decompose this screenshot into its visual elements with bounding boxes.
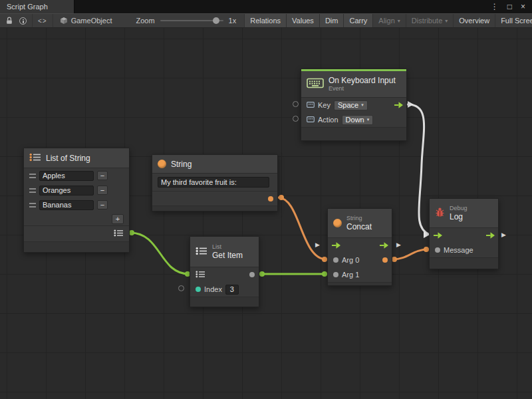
relations-button[interactable]: Relations [245, 14, 287, 27]
node-header: String Concat [328, 209, 392, 238]
list-item-input[interactable] [39, 171, 94, 181]
list-output-icon[interactable] [114, 229, 124, 238]
action-type-icon [307, 116, 315, 124]
lock-icon[interactable] [5, 17, 13, 25]
graph-canvas[interactable]: On Keyboard Input Event Key Space ▾ Acti… [0, 28, 532, 399]
key-dropdown[interactable]: Space ▾ [334, 100, 368, 110]
node-concat[interactable]: String Concat Arg 0 Arg 1 [327, 208, 392, 286]
port-concat-arg1-input[interactable] [322, 271, 327, 277]
values-button[interactable]: Values [287, 14, 320, 27]
port-log-message-input[interactable] [424, 247, 429, 252]
list-input-icon[interactable] [196, 271, 205, 279]
port-concat-arg0-input[interactable] [322, 257, 327, 262]
index-input[interactable] [225, 285, 239, 295]
overview-button[interactable]: Overview [454, 14, 495, 27]
index-input-port[interactable] [196, 287, 201, 292]
string-value-row [152, 174, 277, 191]
flow-output-port[interactable] [394, 102, 404, 109]
arg1-input-port[interactable] [333, 272, 338, 277]
concat-flow-in-triangle[interactable]: ▶ [315, 242, 320, 248]
arg1-label: Arg 1 [342, 271, 359, 279]
action-port-ring[interactable] [293, 116, 299, 122]
wire-concat-to-log[interactable] [393, 249, 428, 259]
remove-item-button[interactable]: − [97, 171, 108, 180]
flow-output-port[interactable] [485, 232, 495, 239]
window-close-icon[interactable]: × [521, 2, 525, 11]
drag-handle-icon[interactable] [29, 203, 36, 207]
align-button[interactable]: Align▾ [373, 14, 406, 27]
key-port-ring[interactable] [293, 101, 299, 107]
string-value-input[interactable] [158, 177, 269, 188]
list-output-row [24, 225, 129, 241]
carry-button[interactable]: Carry [344, 14, 373, 27]
node-title: On Keyboard Input [329, 76, 396, 85]
toolbar-icon-group [0, 14, 33, 27]
port-string-output[interactable] [279, 195, 284, 200]
add-item-button[interactable]: + [112, 214, 124, 224]
wire-keyboard-to-log[interactable] [408, 104, 430, 235]
port-concat-result[interactable] [392, 257, 397, 262]
wire-list-to-getitem[interactable] [130, 233, 189, 274]
index-port-ring[interactable] [178, 285, 184, 291]
result-output-port[interactable] [382, 257, 388, 263]
add-item-row: + [24, 212, 129, 225]
flow-input-port[interactable] [433, 232, 443, 239]
window-menu-icon[interactable]: ⋮ [491, 2, 499, 11]
port-getitem-output[interactable] [259, 271, 265, 277]
drag-handle-icon[interactable] [29, 188, 36, 193]
key-label: Key [318, 101, 331, 109]
keyboard-icon [307, 77, 324, 92]
fullscreen-button[interactable]: Full Screen [495, 14, 532, 27]
arg0-row: Arg 0 [328, 253, 392, 267]
edit-script-icon[interactable]: <> [38, 17, 47, 25]
tab-title: Script Graph [7, 3, 48, 11]
gameobject-selector[interactable]: GameObject [53, 14, 119, 27]
remove-item-button[interactable]: − [97, 186, 108, 195]
flow-output-port[interactable] [379, 242, 389, 249]
node-list-of-string[interactable]: List of String − − − + [23, 148, 130, 253]
concat-flow-out-triangle[interactable]: ▶ [396, 242, 401, 248]
item-output-port[interactable] [249, 272, 255, 277]
node-footer [430, 257, 498, 269]
node-footer [24, 241, 129, 252]
flow-row [328, 238, 392, 253]
string-output-port[interactable] [268, 196, 273, 201]
window-maximize-icon[interactable]: □ [507, 2, 512, 11]
drag-handle-icon[interactable] [29, 174, 36, 178]
flow-input-port[interactable] [331, 242, 341, 249]
node-string-literal[interactable]: String [152, 154, 278, 211]
action-dropdown[interactable]: Down ▾ [342, 115, 374, 125]
node-get-item[interactable]: List Get Item Index [190, 236, 259, 307]
list-item-input[interactable] [39, 200, 94, 210]
chevron-down-icon: ▾ [367, 117, 370, 122]
arg1-row: Arg 1 [328, 267, 392, 282]
node-kicker: Debug [450, 205, 467, 212]
chevron-down-icon: ▾ [445, 18, 448, 24]
unity-script-graph-window: Script Graph ⋮ □ × <> GameObject Zoom [0, 0, 532, 399]
remove-item-button[interactable]: − [97, 200, 108, 209]
tab-script-graph[interactable]: Script Graph [0, 0, 74, 13]
gameobject-label: GameObject [71, 17, 112, 25]
node-footer [152, 205, 277, 211]
string-type-icon [333, 219, 342, 227]
wire-string-to-concat[interactable] [278, 198, 327, 259]
list-icon [29, 152, 41, 164]
list-item-row: − [24, 198, 129, 212]
zoom-slider[interactable] [160, 20, 223, 21]
message-row: Message [430, 243, 498, 257]
node-debug-log[interactable]: Debug Log Message [429, 198, 499, 269]
action-value: Down [346, 116, 364, 124]
distribute-button[interactable]: Distribute▾ [406, 14, 454, 27]
port-list-output[interactable] [129, 230, 134, 235]
dim-button[interactable]: Dim [320, 14, 344, 27]
log-flow-out-triangle[interactable]: ▶ [501, 232, 506, 238]
arg0-input-port[interactable] [333, 257, 338, 263]
message-input-port[interactable] [435, 247, 440, 253]
info-icon[interactable] [19, 17, 27, 25]
toolbar-code-group: <> [33, 14, 53, 27]
node-on-keyboard-input[interactable]: On Keyboard Input Event Key Space ▾ Acti… [301, 68, 407, 141]
node-footer [328, 282, 392, 285]
zoom-slider-knob[interactable] [213, 17, 219, 24]
node-kicker: String [346, 215, 372, 222]
list-item-input[interactable] [39, 186, 94, 196]
